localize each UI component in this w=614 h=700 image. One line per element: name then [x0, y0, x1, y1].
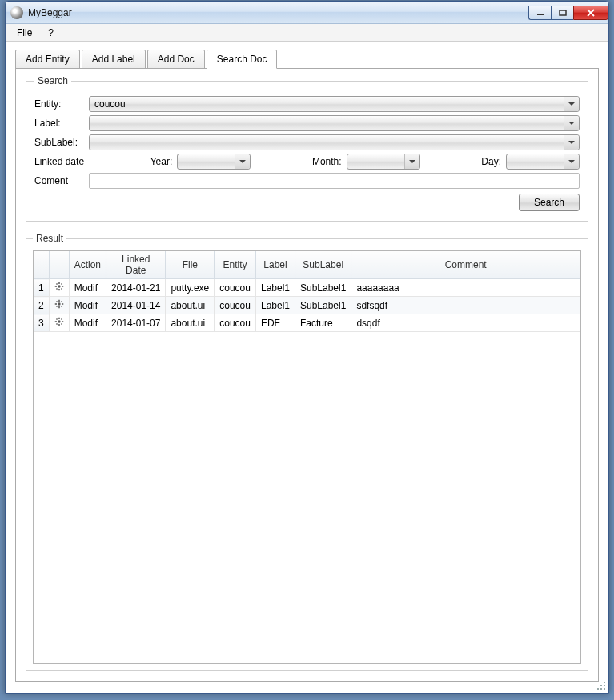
cell-action: Modif	[69, 297, 106, 314]
svg-rect-23	[58, 318, 60, 319]
cell-file: about.ui	[166, 297, 215, 314]
svg-rect-26	[62, 321, 63, 322]
comment-input[interactable]	[89, 173, 580, 189]
cell-num: 3	[34, 314, 49, 332]
month-combo[interactable]	[347, 154, 420, 170]
maximize-button[interactable]	[551, 6, 573, 20]
col-action[interactable]: Action	[69, 251, 106, 279]
svg-rect-30	[61, 323, 62, 325]
cell-file: about.ui	[166, 314, 215, 332]
sublabel-combo[interactable]	[89, 134, 580, 150]
gear-icon	[54, 282, 64, 294]
table-row[interactable]: 1Modif2014-01-21putty.execoucouLabel1Sub…	[34, 279, 580, 297]
svg-rect-32	[600, 685, 602, 686]
col-sublabel[interactable]: SubLabel	[295, 251, 351, 279]
cell-label: EDF	[255, 314, 295, 332]
cell-label: Label1	[255, 279, 295, 297]
svg-rect-17	[62, 303, 63, 305]
svg-point-22	[58, 320, 60, 322]
day-label: Day:	[481, 156, 501, 167]
menu-help[interactable]: ?	[42, 26, 60, 40]
svg-rect-9	[56, 283, 58, 285]
month-label: Month:	[312, 156, 342, 167]
svg-rect-6	[58, 289, 60, 290]
svg-rect-18	[56, 301, 58, 302]
svg-rect-25	[54, 321, 56, 322]
svg-point-4	[58, 285, 60, 287]
sublabel-label: SubLabel:	[34, 137, 89, 148]
year-combo[interactable]	[177, 154, 251, 170]
cell-comment: sdfsqdf	[351, 297, 580, 314]
cell-comment: dsqdf	[351, 314, 580, 332]
tab-add-label[interactable]: Add Label	[82, 50, 146, 69]
tab-add-entity[interactable]: Add Entity	[15, 50, 80, 69]
col-file[interactable]: File	[166, 251, 215, 279]
svg-rect-29	[56, 323, 58, 325]
chevron-down-icon	[568, 122, 575, 125]
result-table-wrap[interactable]: Action Linked Date File Entity Label Sub…	[33, 250, 581, 664]
close-button[interactable]	[573, 6, 608, 20]
search-button[interactable]: Search	[519, 194, 580, 211]
menubar: File ?	[6, 24, 608, 42]
table-row[interactable]: 2Modif2014-01-14about.uicoucouLabel1SubL…	[34, 297, 580, 314]
svg-rect-36	[604, 688, 605, 690]
maximize-icon	[559, 10, 567, 16]
tab-search-doc[interactable]: Search Doc	[207, 50, 278, 69]
chevron-down-icon	[568, 160, 575, 163]
svg-rect-11	[56, 288, 58, 290]
resize-grip-icon[interactable]	[596, 680, 607, 691]
cell-gear[interactable]	[49, 297, 69, 314]
table-header-row: Action Linked Date File Entity Label Sub…	[34, 251, 580, 279]
svg-rect-31	[604, 682, 605, 683]
cell-sublabel: Facture	[295, 314, 351, 332]
search-legend: Search	[34, 75, 71, 86]
col-comment[interactable]: Comment	[351, 251, 580, 279]
app-icon	[10, 6, 23, 19]
chevron-down-icon	[568, 141, 575, 144]
search-group: Search Entity: coucou Label:	[26, 75, 588, 222]
cell-action: Modif	[69, 279, 106, 297]
svg-rect-12	[61, 288, 62, 290]
year-label: Year:	[150, 156, 173, 167]
col-entity[interactable]: Entity	[215, 251, 256, 279]
window-controls	[528, 6, 608, 20]
cell-comment: aaaaaaaa	[351, 279, 580, 297]
svg-rect-1	[560, 10, 566, 15]
panel-search-doc: Search Entity: coucou Label:	[15, 68, 599, 682]
cell-linkeddate: 2014-01-14	[106, 297, 166, 314]
svg-point-13	[58, 302, 60, 305]
tab-add-doc[interactable]: Add Doc	[147, 50, 205, 69]
svg-rect-8	[62, 286, 63, 287]
svg-rect-28	[61, 318, 62, 320]
cell-entity: coucou	[215, 279, 256, 297]
titlebar[interactable]: MyBeggar	[6, 2, 608, 24]
window-title: MyBeggar	[28, 7, 72, 18]
svg-rect-27	[56, 318, 58, 320]
entity-label: Entity:	[34, 98, 89, 110]
svg-rect-21	[61, 306, 62, 307]
menu-file[interactable]: File	[10, 26, 38, 40]
cell-gear[interactable]	[49, 279, 69, 297]
comment-label: Coment	[34, 175, 89, 186]
col-num[interactable]	[34, 251, 49, 279]
day-combo[interactable]	[506, 154, 580, 170]
svg-rect-35	[600, 688, 602, 690]
result-table: Action Linked Date File Entity Label Sub…	[34, 251, 580, 332]
entity-value: coucou	[94, 98, 126, 110]
col-gear[interactable]	[49, 251, 69, 279]
col-label[interactable]: Label	[255, 251, 295, 279]
chevron-down-icon	[409, 160, 415, 163]
label-label: Label:	[34, 118, 89, 129]
result-legend: Result	[33, 233, 66, 244]
svg-rect-16	[54, 303, 56, 305]
table-row[interactable]: 3Modif2014-01-07about.uicoucouEDFFacture…	[34, 314, 580, 332]
col-linkeddate[interactable]: Linked Date	[106, 251, 166, 279]
svg-rect-33	[604, 685, 605, 686]
svg-rect-5	[58, 282, 60, 284]
minimize-button[interactable]	[528, 6, 551, 20]
chevron-down-icon	[568, 102, 575, 106]
label-combo[interactable]	[89, 115, 580, 131]
entity-combo[interactable]: coucou	[89, 96, 580, 112]
cell-gear[interactable]	[49, 314, 69, 332]
cell-linkeddate: 2014-01-07	[106, 314, 166, 332]
